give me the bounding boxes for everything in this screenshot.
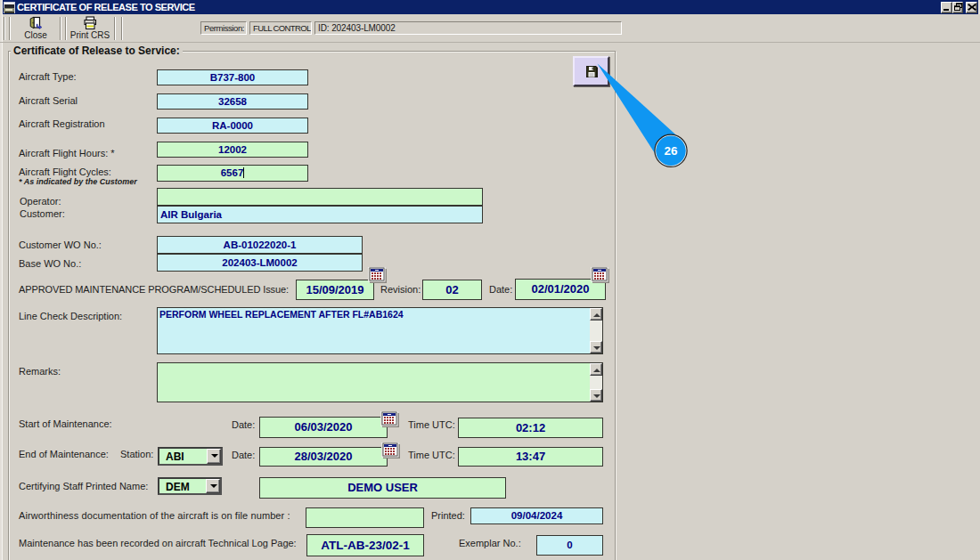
svg-text:26: 26 <box>664 144 678 158</box>
